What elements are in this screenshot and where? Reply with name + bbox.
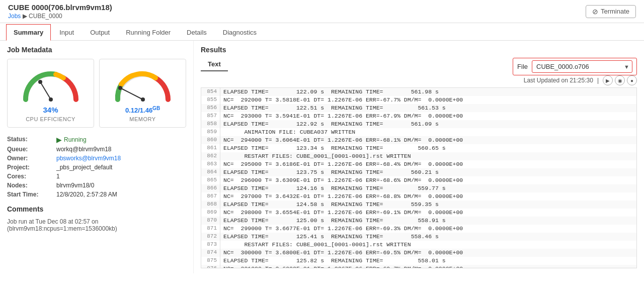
log-line-number: 868 (201, 200, 220, 209)
log-line-number: 854 (201, 88, 220, 96)
update-controls: ▶ ◉ ● (603, 75, 637, 85)
breadcrumb: Jobs ▶ CUBE_0000 (8, 13, 112, 20)
meta-value-cores: 1 (56, 173, 186, 180)
log-line-number: 872 (201, 233, 220, 241)
log-row: 855NC= 292000 T= 3.5818E-01 DT= 1.2267E-… (201, 96, 636, 104)
main-content: Job Metadata (0, 41, 644, 273)
log-line-number: 866 (201, 184, 220, 192)
svg-line-1 (40, 82, 51, 99)
log-row: 869NC= 298000 T= 3.6554E-01 DT= 1.2267E-… (201, 209, 636, 217)
log-line-number: 860 (201, 136, 220, 144)
log-line-number: 865 (201, 176, 220, 184)
log-line-text: NC= 294000 T= 3.6064E-01 DT= 1.2267E-06 … (220, 136, 466, 144)
tab-summary[interactable]: Summary (6, 24, 51, 41)
meta-label-status: Status: (7, 136, 52, 144)
file-label: File (517, 63, 528, 70)
log-row: 874NC= 300000 T= 3.6800E-01 DT= 1.2267E-… (201, 249, 636, 257)
terminate-icon: ⊘ (592, 8, 598, 16)
tab-output[interactable]: Output (83, 24, 117, 41)
log-line-text: RESTART FILES: CUBE_0001_[0001-0001].rst… (220, 241, 414, 249)
tab-diagnostics[interactable]: Diagnostics (215, 24, 264, 41)
meta-label-owner: Owner: (7, 155, 52, 162)
log-row: 865NC= 296000 T= 3.6309E-01 DT= 1.2267E-… (201, 176, 636, 184)
meta-value-owner: pbsworks@blrvm9vm18 (56, 155, 186, 162)
log-container[interactable]: 854ELAPSED TIME= 122.09 s REMAINING TIME… (201, 87, 637, 268)
gauges-container: 34% CPU EFFICIENCY (7, 59, 186, 128)
results-tab-text[interactable]: Text (201, 58, 228, 71)
comments-text: Job run at Tue Dec 08 at 02:57 on (blrvm… (7, 218, 186, 232)
log-row: 873 RESTART FILES: CUBE_0001_[0001-0001]… (201, 241, 636, 249)
log-row: 875ELAPSED TIME= 125.82 s REMAINING TIME… (201, 257, 636, 265)
log-row: 863NC= 295000 T= 3.6186E-01 DT= 1.2267E-… (201, 160, 636, 168)
log-row: 871NC= 299000 T= 3.6677E-01 DT= 1.2267E-… (201, 225, 636, 233)
meta-value-queue: workq@blrvm9vm18 (56, 146, 186, 153)
mem-gauge-label: MEMORY (129, 116, 155, 122)
play-button[interactable]: ▶ (603, 75, 613, 85)
meta-label-nodes: Nodes: (7, 182, 52, 189)
log-line-text: ELAPSED TIME= 124.58 s REMAINING TIME= 5… (220, 200, 442, 209)
log-line-text: ELAPSED TIME= 123.75 s REMAINING TIME= 5… (220, 168, 442, 176)
log-line-text: ELAPSED TIME= 125.41 s REMAINING TIME= 5… (220, 233, 442, 241)
svg-point-5 (141, 97, 145, 102)
meta-label-project: Project: (7, 164, 52, 171)
log-line-number: 856 (201, 104, 220, 112)
log-line-number: 863 (201, 160, 220, 168)
results-tabs: Text (201, 58, 228, 71)
breadcrumb-current: CUBE_0000 (29, 13, 62, 20)
comments-section: Comments Job run at Tue Dec 08 at 02:57 … (7, 205, 186, 232)
nav-tabs: Summary Input Output Running Folder Deta… (0, 24, 644, 41)
cpu-gauge-label: CPU EFFICIENCY (26, 116, 75, 122)
log-line-number: 876 (201, 265, 220, 268)
cpu-gauge-value: 34% (43, 106, 58, 114)
meta-label-start-time: Start Time: (7, 191, 52, 198)
last-updated-text: Last Updated on 21:25:30 (524, 77, 593, 84)
separator: | (597, 77, 599, 84)
stop-button[interactable]: ◉ (615, 75, 625, 85)
log-line-number: 874 (201, 249, 220, 257)
log-row: 857NC= 293000 T= 3.5941E-01 DT= 1.2267E-… (201, 112, 636, 120)
comments-title: Comments (7, 205, 186, 213)
log-row: 859 ANIMATION FILE: CUBEA037 WRITTEN (201, 128, 636, 136)
log-line-number: 858 (201, 120, 220, 128)
log-line-text: NC= 296000 T= 3.6309E-01 DT= 1.2267E-06 … (220, 176, 466, 184)
top-bar: CUBE 0000(706.blrvm9vm18) Jobs ▶ CUBE_00… (0, 0, 644, 23)
meta-label-queue: Queue: (7, 146, 52, 153)
log-line-text: ELAPSED TIME= 122.92 s REMAINING TIME= 5… (220, 120, 442, 128)
log-line-number: 871 (201, 225, 220, 233)
left-panel: Job Metadata (0, 41, 194, 273)
log-line-text: ELAPSED TIME= 124.16 s REMAINING TIME= 5… (220, 184, 449, 192)
tab-details[interactable]: Details (179, 24, 214, 41)
log-line-number: 864 (201, 168, 220, 176)
log-row: 862 RESTART FILES: CUBE_0001_[0001-0001]… (201, 152, 636, 160)
log-row: 861ELAPSED TIME= 123.34 s REMAINING TIME… (201, 144, 636, 152)
log-line-text: NC= 293000 T= 3.5941E-01 DT= 1.2267E-06 … (220, 112, 466, 120)
meta-label-cores: Cores: (7, 173, 52, 180)
log-line-text: NC= 300000 T= 3.6800E-01 DT= 1.2267E-06 … (220, 249, 466, 257)
log-line-text: NC= 297000 T= 3.6432E-01 DT= 1.2267E-06 … (220, 192, 466, 200)
file-select[interactable]: CUBE_0000.o706 CUBE_0000.e706 (532, 60, 632, 73)
log-line-number: 867 (201, 192, 220, 200)
log-row: 858ELAPSED TIME= 122.92 s REMAINING TIME… (201, 120, 636, 128)
breadcrumb-separator: ▶ (23, 13, 29, 20)
running-icon: ▶ (56, 136, 62, 144)
log-line-text: NC= 301000 T= 3.6922E-01 DT= 1.2267E-06 … (220, 265, 466, 268)
terminate-button[interactable]: ⊘ Terminate (586, 5, 636, 18)
log-line-text: NC= 295000 T= 3.6186E-01 DT= 1.2267E-06 … (220, 160, 466, 168)
log-row: 867NC= 297000 T= 3.6432E-01 DT= 1.2267E-… (201, 192, 636, 200)
tab-input[interactable]: Input (52, 24, 82, 41)
record-button[interactable]: ● (627, 75, 637, 85)
log-line-number: 855 (201, 96, 220, 104)
mem-gauge-box: 0.12/1.46GB MEMORY (99, 59, 186, 128)
terminate-label: Terminate (601, 8, 629, 15)
job-metadata-title: Job Metadata (7, 46, 186, 54)
tab-running-folder[interactable]: Running Folder (118, 24, 178, 41)
log-row: 868ELAPSED TIME= 124.58 s REMAINING TIME… (201, 200, 636, 209)
breadcrumb-jobs-link[interactable]: Jobs (8, 13, 21, 20)
page-title: CUBE 0000(706.blrvm9vm18) (8, 3, 112, 12)
log-row: 864ELAPSED TIME= 123.75 s REMAINING TIME… (201, 168, 636, 176)
mem-gauge-value: 0.12/1.46GB (125, 106, 160, 114)
owner-link[interactable]: pbsworks@blrvm9vm18 (56, 155, 121, 162)
meta-value-status: ▶ Running (56, 136, 186, 144)
cpu-gauge-svg (18, 64, 84, 105)
log-line-text: RESTART FILES: CUBE_0001_[0001-0001].rst… (220, 152, 414, 160)
